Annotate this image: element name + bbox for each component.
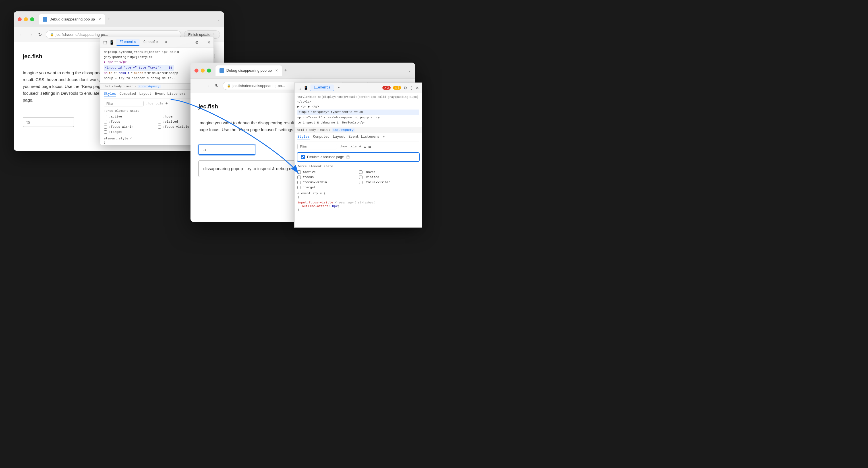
styles-tab-active-2[interactable]: Styles [298,135,310,139]
hov-btn-2[interactable]: :hov [339,145,347,148]
styles-tab-active-1[interactable]: Styles [104,92,116,96]
new-tab-btn-1[interactable]: + [107,16,111,22]
focus-within-checkbox-1[interactable]: :focus-within [104,125,156,128]
site-title-1: jec.fish [23,53,42,60]
tab-title-2: Debug disappearing pop up [226,68,272,72]
focus-checkbox-1[interactable]: :focus [104,120,156,123]
traffic-lights-1 [18,17,34,21]
focus-visible-checkbox-2[interactable]: :focus-visible [359,181,419,184]
site-title-2: jec.fish [198,103,218,110]
active-tab-1[interactable]: Debug disappearing pop up ✕ [39,14,105,25]
close-icon-devtools-1[interactable]: ✕ [207,40,211,45]
add-style-btn-2[interactable]: + [359,144,361,149]
event-listeners-tab-1[interactable]: Event Listeners [155,92,186,96]
new-tab-btn-2[interactable]: + [284,67,287,74]
back-btn-1[interactable]: ← [18,31,25,38]
target-checkbox-2[interactable]: :target [298,186,358,189]
computed-sidebar-btn[interactable]: ⊞ [369,144,371,149]
lock-icon-2: 🔒 [227,84,231,88]
target-checkbox-1[interactable]: :target [104,130,156,134]
filter-input-1[interactable] [104,101,144,107]
event-listeners-tab-2[interactable]: Event Listeners [348,135,379,139]
devtools-topbar-1: ⬚ 📱 Elements Console » ⚙ ⋮ ✕ [100,37,214,48]
close-icon-devtools-2[interactable]: ✕ [416,86,419,90]
tab-dropdown-btn-2[interactable]: ⌄ [408,68,411,72]
breadcrumb-main-2[interactable]: main [320,128,328,132]
devtools-topbar-2: ⬚ 📱 Elements » ✕ 2 ⚠ 3 ⚙ ⋮ ✕ [294,83,422,93]
settings-icon-2[interactable]: ⚙ [403,86,407,90]
layout-tab-2[interactable]: Layout [333,135,345,139]
console-tab-1[interactable]: Console [140,39,161,46]
query-input-1[interactable] [23,117,74,127]
cls-btn-2[interactable]: .cls [349,145,356,148]
cls-btn-1[interactable]: .cls [156,102,163,105]
breadcrumb-html-1[interactable]: html [103,85,110,88]
active-tab-2[interactable]: Debug disappearing pop up ✕ [216,65,282,76]
more-tabs-1[interactable]: » [162,39,170,46]
maximize-traffic-light-2[interactable] [207,68,211,72]
close-traffic-light[interactable] [18,17,22,21]
minimize-traffic-light-2[interactable] [201,68,205,72]
more-styles-tabs[interactable]: » [383,135,385,139]
emulate-info-icon[interactable]: ? [346,155,350,159]
close-traffic-light-2[interactable] [194,68,198,72]
elements-tab-2[interactable]: Elements [310,85,334,91]
filter-input-2[interactable] [298,144,337,149]
layout-tab-1[interactable]: Layout [139,92,152,96]
settings-icon-1[interactable]: ⚙ [195,40,199,45]
breadcrumb-bar-2: html › body › main › input#query [294,127,422,133]
computed-tab-2[interactable]: Computed [313,135,330,139]
devtools-tabs-1: Elements Console » [116,39,193,46]
refresh-btn-2[interactable]: ↻ [214,82,220,90]
code2-line-1: <style>hide-me{display:none}#result{bord… [298,95,419,105]
elements-tab-1[interactable]: Elements [116,39,140,46]
tab-favicon-1 [43,17,47,22]
active-checkbox-2[interactable]: :active [298,170,358,174]
breadcrumb-input-1[interactable]: input#query [137,85,161,88]
refresh-btn-1[interactable]: ↻ [37,31,43,38]
more-icon-devtools-2[interactable]: ⋮ [409,86,413,90]
focus-within-checkbox-2[interactable]: :focus-within [298,181,358,184]
tab-dropdown-btn-1[interactable]: ⌄ [217,17,220,21]
active-checkbox-1[interactable]: :active [104,115,156,118]
device-icon-1[interactable]: 📱 [109,40,114,45]
styles-tabs-area-2: Styles Computed Layout Event Listeners »… [294,133,422,149]
more-tabs-2[interactable]: » [334,85,343,91]
add-style-btn-1[interactable]: + [165,101,168,106]
address-text-2: jec.fish/demo/disappearing-po... [232,84,285,88]
tab-close-2[interactable]: ✕ [275,68,278,72]
visited-checkbox-2[interactable]: :visited [359,176,419,179]
checkbox-grid-2: :active :hover :focus :visited :focus-wi… [298,170,419,189]
inspect-icon-2[interactable]: ⬚ [298,86,301,90]
query-input-2[interactable] [198,145,255,155]
warning-badge: ⚠ 3 [393,86,401,90]
back-btn-2[interactable]: ← [194,82,201,90]
focus-checkbox-2[interactable]: :focus [298,176,358,179]
breadcrumb-input-2[interactable]: input#query [332,128,355,132]
maximize-traffic-light[interactable] [30,17,34,21]
more-icon-devtools-1[interactable]: ⋮ [201,40,205,45]
computed-tab-1[interactable]: Computed [119,92,136,96]
forward-btn-1[interactable]: → [27,31,34,38]
emulate-focused-row[interactable]: Emulate a focused page ? [297,152,420,162]
code-line-1: me{display:none}#result{border:1px solid [104,50,210,55]
code2-selected[interactable]: <input id="query" type="text"> == $0 [298,110,419,115]
hover-checkbox-2[interactable]: :hover [359,170,419,174]
emulate-focused-checkbox[interactable] [301,155,305,159]
breadcrumb-main-1[interactable]: main [126,85,133,88]
lock-icon-1: 🔒 [50,33,54,36]
forward-btn-2[interactable]: → [204,82,211,90]
breadcrumb-body-1[interactable]: body [114,85,122,88]
titlebar-2: Debug disappearing pop up ✕ + ⌄ [190,63,415,79]
filter-bar-2: :hov .cls + ⊡ ⊞ [298,144,419,149]
code2-line-4: <p id="result" class>dissappearing popup… [298,115,419,120]
device-icon-2[interactable]: 📱 [303,86,308,90]
breadcrumb-html-2[interactable]: html [297,128,304,132]
minimize-traffic-light[interactable] [24,17,28,21]
toggle-layout-btn[interactable]: ⊡ [364,144,366,149]
breadcrumb-body-2[interactable]: body [308,128,316,132]
devtools-tabs-2: Elements » [310,85,380,91]
hov-btn-1[interactable]: :hov [146,102,153,105]
tab-close-1[interactable]: ✕ [98,17,101,21]
inspect-icon-1[interactable]: ⬚ [103,40,107,45]
